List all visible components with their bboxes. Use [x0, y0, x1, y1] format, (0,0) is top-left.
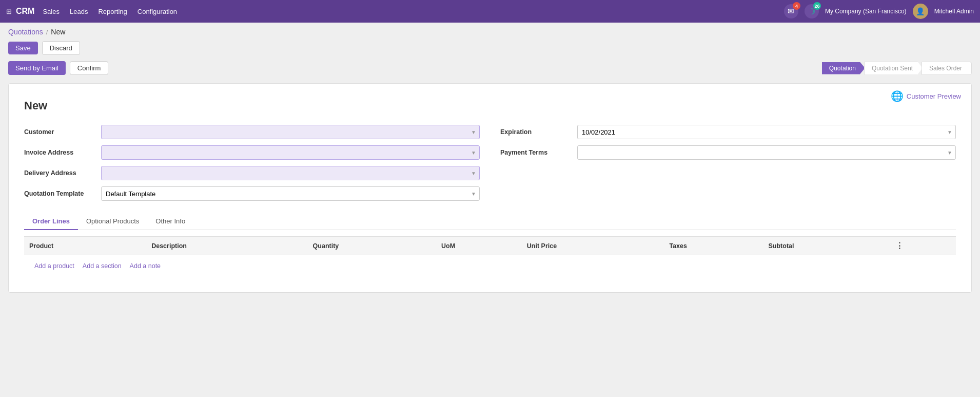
- main-content: 🌐 Customer Preview New Customer ▼: [0, 78, 980, 298]
- col-product: Product: [24, 237, 146, 255]
- discard-button[interactable]: Discard: [42, 41, 80, 55]
- add-note-link[interactable]: Add a note: [130, 262, 161, 270]
- expiration-date-field[interactable]: [582, 128, 951, 136]
- col-taxes: Taxes: [664, 237, 763, 255]
- quotation-template-label: Quotation Template: [24, 190, 96, 197]
- app-grid-icon[interactable]: ⊞ CRM: [6, 7, 34, 16]
- form-title: New: [24, 99, 956, 112]
- messages-icon[interactable]: ✉ 4: [784, 4, 798, 18]
- message-badge-count: 4: [793, 2, 800, 10]
- page-wrapper: Quotations / New Save Discard Send by Em…: [0, 23, 980, 397]
- add-section-link[interactable]: Add a section: [83, 262, 122, 270]
- nav-leads[interactable]: Leads: [70, 6, 88, 17]
- pipeline-order-label[interactable]: Sales Order: [922, 62, 972, 75]
- invoice-address-select[interactable]: [106, 149, 475, 157]
- expiration-label: Expiration: [500, 128, 572, 136]
- app-name: CRM: [16, 7, 34, 16]
- status-left-buttons: Send by Email Confirm: [8, 61, 108, 75]
- delivery-address-field-group: Delivery Address ▼: [24, 166, 480, 180]
- invoice-address-field-group: Invoice Address ▼: [24, 145, 480, 160]
- breadcrumb-current: New: [51, 28, 65, 36]
- delivery-address-input[interactable]: ▼: [101, 166, 480, 180]
- send-email-button[interactable]: Send by Email: [8, 61, 66, 75]
- table-header-row: Product Description Quantity UoM Unit Pr…: [24, 237, 956, 255]
- action-bar: Save Discard: [0, 38, 980, 58]
- pipeline-step-order[interactable]: Sales Order: [923, 62, 972, 75]
- table-actions-row: Add a product Add a section Add a note: [24, 255, 956, 277]
- grid-icon: ⊞: [6, 8, 12, 15]
- col-quantity: Quantity: [308, 237, 436, 255]
- pipeline-quotation-label[interactable]: Quotation: [822, 62, 865, 74]
- nav-reporting[interactable]: Reporting: [98, 6, 127, 17]
- status-bar: Send by Email Confirm Quotation Quotatio…: [0, 58, 980, 78]
- column-menu-icon[interactable]: ⋮: [895, 241, 904, 250]
- quotation-template-field-group: Quotation Template Default Template ▼: [24, 186, 480, 201]
- company-name[interactable]: My Company (San Francisco): [825, 8, 907, 15]
- pipeline-sent-label[interactable]: Quotation Sent: [864, 62, 923, 75]
- col-unit-price: Unit Price: [522, 237, 664, 255]
- nav-links: Sales Leads Reporting Configuration: [43, 6, 775, 17]
- delivery-address-label: Delivery Address: [24, 169, 96, 177]
- customer-select[interactable]: [106, 128, 475, 136]
- activities-icon[interactable]: ☽ 26: [805, 4, 819, 18]
- form-card: 🌐 Customer Preview New Customer ▼: [8, 83, 972, 293]
- expiration-input[interactable]: ▼: [577, 125, 956, 139]
- quotation-template-input[interactable]: Default Template ▼: [101, 186, 480, 201]
- order-lines-table: Product Description Quantity UoM Unit Pr…: [24, 236, 956, 277]
- col-uom: UoM: [436, 237, 522, 255]
- tabs: Order Lines Optional Products Other Info: [24, 213, 956, 230]
- nav-sales[interactable]: Sales: [43, 6, 60, 17]
- col-menu: ⋮: [890, 237, 956, 255]
- activity-badge-count: 26: [813, 2, 821, 10]
- invoice-address-label: Invoice Address: [24, 149, 96, 156]
- customer-preview-label: Customer Preview: [907, 92, 961, 100]
- tab-order-lines[interactable]: Order Lines: [24, 213, 78, 230]
- save-button[interactable]: Save: [8, 42, 38, 54]
- globe-icon: 🌐: [891, 90, 904, 102]
- payment-terms-label: Payment Terms: [500, 149, 572, 156]
- nav-configuration[interactable]: Configuration: [138, 6, 177, 17]
- add-product-link[interactable]: Add a product: [34, 262, 74, 270]
- confirm-button[interactable]: Confirm: [70, 61, 109, 75]
- pipeline-status: Quotation Quotation Sent Sales Order: [822, 62, 972, 75]
- col-description: Description: [146, 237, 307, 255]
- customer-input[interactable]: ▼: [101, 125, 480, 139]
- invoice-address-input[interactable]: ▼: [101, 145, 480, 160]
- breadcrumb-separator: /: [46, 28, 48, 36]
- breadcrumb-parent[interactable]: Quotations: [8, 28, 43, 36]
- customer-label: Customer: [24, 128, 96, 136]
- topbar-right: ✉ 4 ☽ 26 My Company (San Francisco) 👤 Mi…: [784, 4, 974, 19]
- delivery-address-select[interactable]: [106, 169, 475, 177]
- tab-optional-products[interactable]: Optional Products: [78, 213, 147, 230]
- expiration-field-group: Expiration ▼: [500, 125, 956, 139]
- pipeline-step-sent[interactable]: Quotation Sent: [865, 62, 923, 75]
- customer-preview-button[interactable]: 🌐 Customer Preview: [891, 90, 961, 102]
- form-fields: Customer ▼ Invoice Address ▼: [24, 125, 956, 201]
- quotation-template-select[interactable]: Default Template: [106, 190, 475, 198]
- payment-terms-select[interactable]: [582, 149, 951, 157]
- avatar[interactable]: 👤: [913, 4, 928, 19]
- user-name[interactable]: Mitchell Admin: [934, 8, 974, 15]
- top-navigation: ⊞ CRM Sales Leads Reporting Configuratio…: [0, 0, 980, 23]
- customer-field-group: Customer ▼: [24, 125, 480, 139]
- pipeline-step-quotation[interactable]: Quotation: [822, 62, 865, 74]
- breadcrumb: Quotations / New: [0, 23, 980, 38]
- payment-terms-input[interactable]: ▼: [577, 145, 956, 160]
- table-add-actions: Add a product Add a section Add a note: [24, 255, 956, 277]
- tab-other-info[interactable]: Other Info: [147, 213, 193, 230]
- col-subtotal: Subtotal: [763, 237, 890, 255]
- payment-terms-field-group: Payment Terms ▼: [500, 145, 956, 160]
